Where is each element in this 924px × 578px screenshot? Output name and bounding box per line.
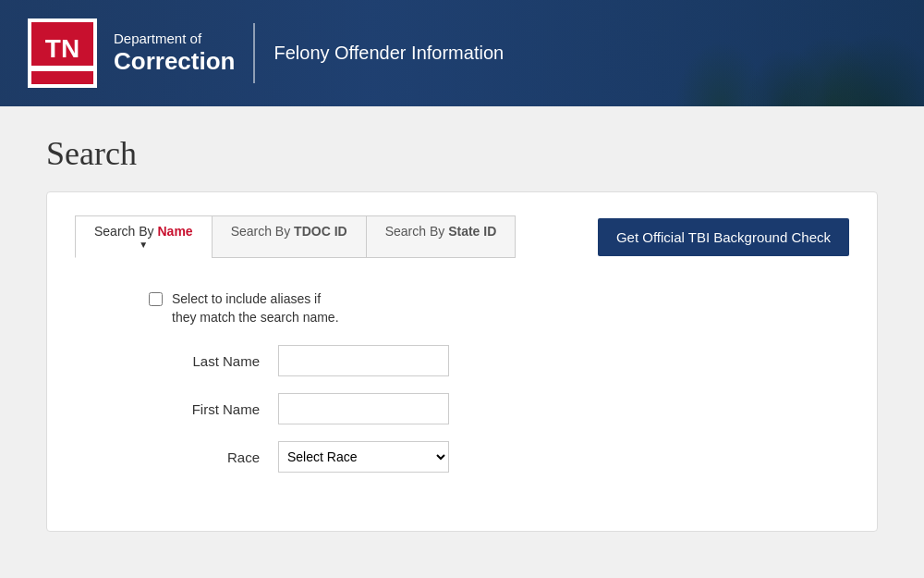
first-name-label: First Name [93, 401, 278, 417]
last-name-input[interactable] [278, 345, 449, 376]
tab-search-by-tdoc[interactable]: Search By TDOC ID [212, 215, 366, 258]
tab-tdoc-bold: TDOC ID [294, 224, 347, 239]
main-content: Search Search By Name ▼ Search By TDOC I… [0, 106, 924, 560]
tab-tdoc-prefix: Search By [231, 224, 294, 239]
search-form: Select to include aliases if they match … [75, 281, 849, 498]
tn-logo: TN [28, 18, 97, 88]
tabs-row: Search By Name ▼ Search By TDOC ID Searc… [75, 215, 849, 258]
alias-row: Select to include aliases if they match … [93, 290, 831, 326]
first-name-input[interactable] [278, 393, 449, 424]
alias-label: Select to include aliases if they match … [172, 290, 339, 326]
last-name-row: Last Name [93, 345, 831, 376]
tab-state-prefix: Search By [385, 224, 448, 239]
tab-state-bold: State ID [448, 224, 496, 239]
footer-section: Type the letters you see in the field be… [0, 560, 924, 578]
tab-search-by-state[interactable]: Search By State ID [366, 215, 517, 258]
race-select[interactable]: Select RaceWhiteBlackHispanicAsianAmeric… [278, 441, 449, 473]
race-row: Race Select RaceWhiteBlackHispanicAsianA… [93, 441, 831, 473]
tab-name-arrow: ▼ [94, 240, 193, 250]
header-divider [253, 23, 255, 83]
dept-line1: Department of [114, 31, 235, 47]
alias-checkbox[interactable] [149, 292, 163, 306]
tbi-background-check-button[interactable]: Get Official TBI Background Check [598, 218, 849, 256]
tab-search-by-name[interactable]: Search By Name ▼ [75, 215, 212, 258]
race-label: Race [93, 449, 278, 465]
header-subtitle: Felony Offender Information [274, 43, 504, 64]
tn-logo-bar [31, 66, 93, 71]
page-header: TN Department of Correction Felony Offen… [0, 0, 924, 106]
tab-name-highlight: Name [157, 224, 192, 239]
tabs-group: Search By Name ▼ Search By TDOC ID Searc… [75, 215, 516, 258]
page-title: Search [46, 134, 878, 173]
tn-logo-text: TN [45, 36, 79, 62]
first-name-row: First Name [93, 393, 831, 424]
last-name-label: Last Name [93, 353, 278, 369]
department-name: Department of Correction [114, 31, 235, 76]
dept-line2: Correction [114, 47, 235, 76]
search-container: Search By Name ▼ Search By TDOC ID Searc… [46, 191, 878, 532]
tab-name-prefix: Search By [94, 224, 157, 239]
